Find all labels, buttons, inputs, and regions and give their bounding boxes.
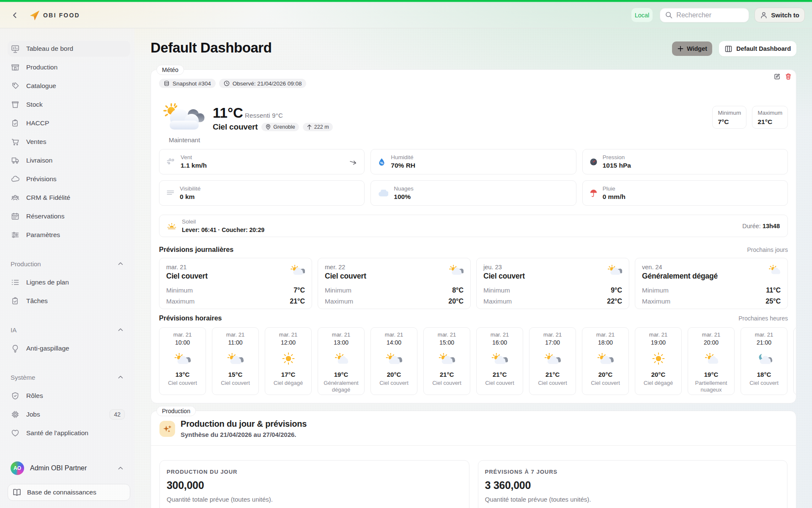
svg-text:%: %	[380, 161, 384, 165]
